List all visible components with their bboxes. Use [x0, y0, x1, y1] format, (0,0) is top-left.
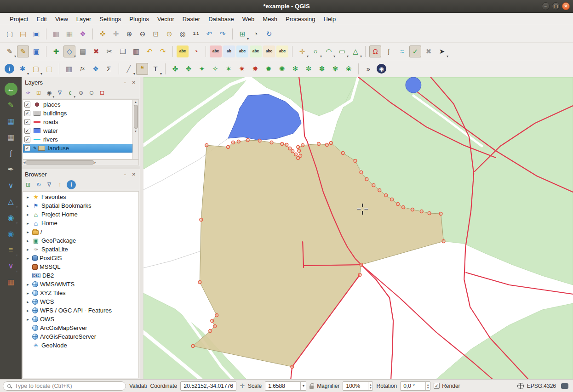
- menu-help[interactable]: Help: [319, 14, 340, 24]
- browser-item-project-home[interactable]: ▸⌂Project Home: [23, 210, 138, 219]
- rectangle-tool-icon[interactable]: ▭: [336, 45, 348, 57]
- layer-item-water[interactable]: ✓water: [23, 126, 132, 135]
- save-project-icon[interactable]: ▣: [30, 28, 42, 40]
- delete-part-icon[interactable]: ✸: [249, 63, 261, 75]
- run-feature-action-icon[interactable]: ✱: [17, 63, 29, 75]
- offset-curve-icon[interactable]: ✺: [276, 63, 288, 75]
- zoom-next-icon[interactable]: ↷: [217, 28, 229, 40]
- coordinate-input[interactable]: 20.52152,-34.01776: [180, 381, 236, 391]
- expander-icon[interactable]: ▸: [25, 291, 30, 295]
- new-project-icon[interactable]: ▢: [4, 28, 16, 40]
- zoom-to-layer-icon[interactable]: ◎: [177, 28, 189, 40]
- stream-digitizing-icon[interactable]: ≈: [396, 45, 408, 57]
- browser-item-[interactable]: ▸/: [23, 227, 138, 236]
- snapping-icon[interactable]: Ω: [369, 45, 381, 57]
- dock-polyline-icon[interactable]: ∨: [5, 179, 17, 192]
- filter-legend-icon[interactable]: ∇: [55, 88, 64, 97]
- layer-visibility-checkbox[interactable]: ✓: [24, 136, 30, 142]
- scroll-thumb[interactable]: [134, 105, 138, 129]
- browser-item-spatial-bookmarks[interactable]: ▸⚑Spatial Bookmarks: [23, 201, 138, 210]
- layer-item-rivers[interactable]: ✓rivers: [23, 135, 132, 144]
- refresh-browser-icon[interactable]: ↻: [34, 180, 43, 189]
- minimize-button[interactable]: −: [542, 2, 550, 10]
- dock-curve-icon[interactable]: ∫: [5, 147, 17, 160]
- browser-item-mssql[interactable]: MSSQL: [23, 262, 138, 271]
- browser-item-xyz-tiles[interactable]: ▸XYZ Tiles: [23, 289, 138, 297]
- digitize-with-curve-icon[interactable]: ∫: [383, 45, 395, 57]
- regular-polygon-tool-icon[interactable]: △: [350, 45, 361, 57]
- menu-vector[interactable]: Vector: [153, 14, 178, 24]
- split-features-icon[interactable]: ✻: [289, 63, 301, 75]
- browser-item-postgis[interactable]: ▸PostGIS: [23, 254, 138, 262]
- manage-map-themes-icon[interactable]: ◉: [45, 88, 54, 97]
- spin-arrows[interactable]: ▴▾: [368, 382, 371, 390]
- expander-icon[interactable]: ▸: [25, 247, 30, 252]
- menu-web[interactable]: Web: [238, 14, 259, 24]
- layer-item-roads[interactable]: ✓roads: [23, 118, 132, 126]
- filter-by-expression-icon[interactable]: ε: [66, 88, 75, 97]
- statistical-summary-icon[interactable]: Σ: [103, 63, 115, 75]
- browser-item-geonode[interactable]: ✳GeoNode: [23, 341, 138, 350]
- browser-item-wcs[interactable]: ▸WCS: [23, 297, 138, 306]
- move-feature-icon[interactable]: ✛: [296, 45, 308, 57]
- dock-sketch-icon[interactable]: ✎: [5, 99, 17, 112]
- open-project-icon[interactable]: ▤: [17, 28, 29, 40]
- expander-icon[interactable]: ▸: [25, 204, 30, 208]
- new-print-layout-icon[interactable]: ▥: [50, 28, 62, 40]
- menu-processing[interactable]: Processing: [281, 14, 319, 24]
- browser-item-favorites[interactable]: ▸★Favorites: [23, 193, 138, 201]
- zoom-native-icon[interactable]: 1:1: [190, 28, 202, 40]
- extents-icon[interactable]: ✛: [240, 382, 245, 389]
- close-button[interactable]: ✕: [562, 2, 570, 10]
- refresh-icon[interactable]: ↻: [263, 28, 275, 40]
- scroll-left-icon[interactable]: ◂: [23, 160, 25, 165]
- titlebar[interactable]: *example - QGIS − ▢ ✕: [0, 0, 573, 13]
- add-polygon-feature-icon[interactable]: ✚: [50, 45, 62, 57]
- add-part-icon[interactable]: ✧: [209, 63, 221, 75]
- menu-raster[interactable]: Raster: [178, 14, 204, 24]
- spin-arrows[interactable]: ▴▾: [425, 382, 429, 390]
- dock-sphere-icon[interactable]: ◉: [5, 227, 17, 240]
- measure-icon[interactable]: ╱: [123, 63, 135, 75]
- panel-float-button[interactable]: ▫: [122, 80, 128, 85]
- crs-value[interactable]: EPSG:4326: [527, 383, 556, 389]
- copy-features-icon[interactable]: ❏: [117, 45, 129, 57]
- cut-features-icon[interactable]: ✂: [103, 45, 115, 57]
- dock-globe-icon[interactable]: ◉: [5, 211, 17, 224]
- pan-map-icon[interactable]: ✜: [97, 28, 109, 40]
- menu-mesh[interactable]: Mesh: [258, 14, 281, 24]
- dock-table-icon[interactable]: ▦: [5, 131, 17, 144]
- dock-layers-icon[interactable]: ≡: [5, 244, 17, 256]
- menu-database[interactable]: Database: [204, 14, 238, 24]
- zoom-out-icon[interactable]: ⊖: [137, 28, 149, 40]
- dock-raster-icon[interactable]: ▦: [5, 276, 17, 289]
- render-checkbox[interactable]: ✓: [434, 383, 440, 389]
- layer-labeling-icon[interactable]: abc: [177, 45, 189, 57]
- expander-icon[interactable]: ▸: [25, 282, 30, 287]
- layer-visibility-checkbox[interactable]: ✓: [24, 119, 30, 125]
- fill-ring-icon[interactable]: ✶: [223, 63, 235, 75]
- delete-selected-icon[interactable]: ✖: [90, 45, 102, 57]
- style-manager-icon[interactable]: ❖: [77, 28, 89, 40]
- identify-features-icon[interactable]: i: [5, 64, 14, 74]
- show-hide-labels-icon[interactable]: abc: [236, 45, 248, 57]
- menu-project[interactable]: Project: [6, 14, 32, 24]
- render-toggle[interactable]: ✓ Render: [434, 383, 460, 389]
- new-map-view-icon[interactable]: ⊞: [236, 28, 248, 40]
- scroll-right-icon[interactable]: ▸: [95, 160, 97, 165]
- browser-item-spatialite[interactable]: ▸✑SpatiaLite: [23, 245, 138, 254]
- avoid-overlap-icon[interactable]: ✖: [423, 45, 435, 57]
- map-canvas[interactable]: [143, 77, 573, 379]
- properties-icon[interactable]: i: [67, 180, 76, 189]
- rotate-feature-icon[interactable]: ✤: [169, 63, 181, 75]
- move-label-icon[interactable]: abc: [250, 45, 262, 57]
- deselect-features-icon[interactable]: ▢: [43, 63, 55, 75]
- zoom-in-icon[interactable]: ⊕: [123, 28, 135, 40]
- simplify-feature-icon[interactable]: ✥: [183, 63, 195, 75]
- ellipse-tool-icon[interactable]: ◠: [323, 45, 335, 57]
- browser-item-home[interactable]: ▸⌂Home: [23, 219, 138, 227]
- panel-close-button[interactable]: ✕: [131, 80, 137, 85]
- toggle-editing-icon[interactable]: ✎: [17, 45, 29, 57]
- pan-to-selection-icon[interactable]: ✛: [110, 28, 122, 40]
- layer-item-landuse[interactable]: ✓✎landuse: [23, 144, 132, 153]
